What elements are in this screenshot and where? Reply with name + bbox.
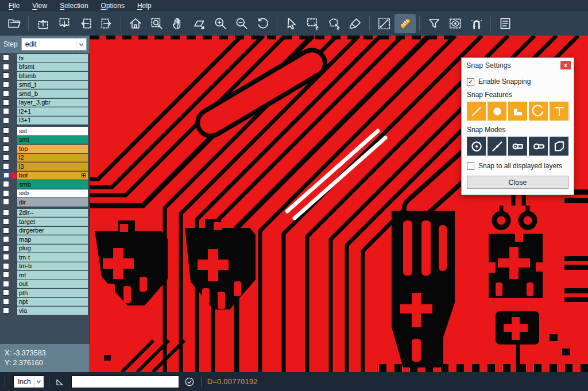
layer-name-bar[interactable]: fx [17,54,88,63]
layer-visibility-checkbox[interactable] [3,210,9,216]
layer-name-bar[interactable]: smb [17,180,88,189]
layer-row-bfsmt[interactable]: bfsmt [0,63,90,72]
unit-select[interactable]: Inch [13,375,44,388]
snap-circle-button[interactable] [488,102,506,121]
layer-name-bar[interactable]: 2dir-- [17,209,88,218]
zoom-in-button[interactable] [210,14,231,33]
menu-selection[interactable]: Selection [53,0,94,11]
select-rect-button[interactable] [302,14,323,33]
dialog-title-bar[interactable]: Snap Settings x [462,58,574,72]
menu-file[interactable]: File [2,0,26,11]
coordinate-input[interactable] [71,375,179,388]
zoom-window-button[interactable] [146,14,167,33]
snap-surface-button[interactable] [508,102,527,121]
layer-visibility-checkbox[interactable] [3,145,9,152]
layer-row-dir[interactable]: dir [0,198,90,207]
layer-row-out[interactable]: out [0,280,90,289]
layer-name-bar[interactable]: l2 [17,154,88,162]
layer-name-bar[interactable]: smd_t [17,81,88,90]
ruler-button[interactable] [394,14,416,33]
layer-row-top[interactable]: top [0,145,90,153]
mode-slot-center-button[interactable] [529,137,548,156]
layer-name-bar[interactable]: l3 [17,162,88,171]
angle-measure-icon[interactable] [54,376,65,388]
layer-row-mt[interactable]: mt [0,271,90,280]
snap-all-layers-checkbox[interactable] [467,162,474,170]
layer-name-bar[interactable]: pth [17,289,88,297]
home-button[interactable] [125,14,146,33]
layer-row-target[interactable]: target [0,218,90,226]
layer-row-l3[interactable]: l3 [0,162,90,171]
layer-visibility-checkbox[interactable] [3,163,9,169]
layer-visibility-checkbox[interactable] [3,172,10,179]
layer-visibility-checkbox[interactable] [3,299,9,305]
layer-visibility-checkbox[interactable] [3,90,9,96]
layer-name-bar[interactable]: map [17,235,88,244]
layer-visibility-checkbox[interactable] [3,137,9,143]
layer-name-bar[interactable]: bfsmb [17,72,88,80]
layer-row-l3+1[interactable]: l3+1 [0,117,90,125]
layer-row-l2+1[interactable]: l2+1 [0,107,90,116]
layer-visibility-checkbox[interactable] [3,181,9,187]
layer-row-pth[interactable]: pth [0,289,90,297]
layer-row-tm-t[interactable]: tm-t [0,253,90,262]
layer-row-2dir--[interactable]: 2dir-- [0,209,90,218]
paint-brush-button[interactable] [345,14,366,33]
layer-visibility-checkbox[interactable] [3,218,9,224]
apply-circle-check-icon[interactable] [184,376,195,388]
layer-row-smb[interactable]: smb [0,180,90,189]
layer-visibility-checkbox[interactable] [3,82,9,88]
mode-center-button[interactable] [467,137,486,156]
layer-row-via[interactable]: via [0,307,90,315]
layer-name-bar[interactable]: smd_b [17,90,88,98]
layer-name-bar[interactable]: bot⊞ [17,172,88,180]
layer-visibility-checkbox[interactable] [3,72,9,79]
layer-row-fx[interactable]: fx [0,54,90,63]
close-button[interactable]: Close [467,176,568,189]
report-button[interactable] [494,14,516,33]
layer-visibility-checkbox[interactable] [3,154,9,161]
dialog-close-icon[interactable]: x [560,61,571,69]
layer-row-ssb[interactable]: ssb [0,189,90,198]
snap-all-layers-row[interactable]: Snap to all displayed layers [467,162,568,170]
layer-visibility-checkbox[interactable] [3,236,9,242]
layer-name-bar[interactable]: target [17,218,88,226]
measure-distance-button[interactable] [373,14,394,33]
layer-row-smt[interactable]: smt [0,136,90,145]
menu-view[interactable]: View [26,0,53,11]
pan-left-button[interactable] [75,14,96,33]
snap-line-button[interactable] [467,102,486,121]
layer-row-smd_t[interactable]: smd_t [0,81,90,90]
unit-select-chevron[interactable] [34,376,44,388]
snap-magnet-button[interactable] [466,14,487,33]
layer-visibility-checkbox[interactable] [3,227,9,234]
layer-name-bar[interactable]: layer_3.gbr [17,99,88,107]
layer-visibility-checkbox[interactable] [3,127,9,134]
layer-visibility-checkbox[interactable] [3,281,9,287]
mode-slot-end-button[interactable] [508,137,527,156]
select-arrow-button[interactable] [281,14,302,33]
filter-button[interactable] [423,14,444,33]
snap-arc-button[interactable] [529,102,548,121]
pan-down-button[interactable] [53,14,75,33]
layer-row-bot[interactable]: bot⊞ [0,172,90,180]
step-select[interactable]: edit [21,38,87,51]
layer-name-bar[interactable]: l2+1 [17,107,88,116]
snap-text-button[interactable] [550,102,568,121]
zoom-out-button[interactable] [231,14,252,33]
layer-name-bar[interactable]: top [17,145,88,153]
layer-name-bar[interactable]: l3+1 [17,117,88,125]
layer-visibility-checkbox[interactable] [3,254,9,260]
layer-name-bar[interactable]: mt [17,271,88,280]
layer-visibility-checkbox[interactable] [3,64,9,70]
layer-row-layer_3.gbr[interactable]: layer_3.gbr [0,99,90,107]
step-select-chevron[interactable] [76,38,86,50]
layer-name-bar[interactable]: npt [17,298,88,307]
layer-visibility-checkbox[interactable] [3,245,9,251]
enable-snapping-checkbox[interactable]: ✓ [467,78,474,86]
layer-visibility-checkbox[interactable] [3,307,9,313]
pan-hand-button[interactable] [167,14,188,33]
layer-row-tm-b[interactable]: tm-b [0,262,90,271]
layer-visibility-checkbox[interactable] [3,108,9,114]
layer-row-bfsmb[interactable]: bfsmb [0,72,90,80]
